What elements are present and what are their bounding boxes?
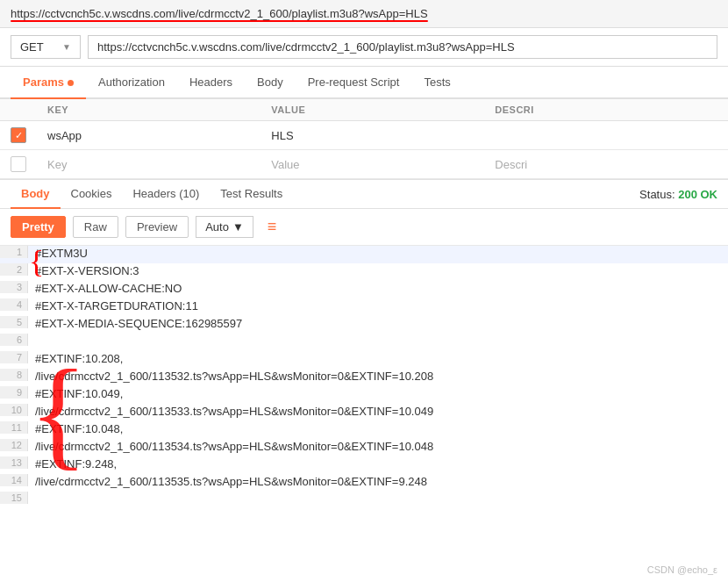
status-value: 200 OK [678,188,717,201]
body-tab-headers[interactable]: Headers (10) [122,180,210,209]
url-value: https://cctvcnch5c.v.wscdns.com/live/cdr… [97,40,515,54]
line-content: #EXTINF:10.048, [28,421,728,436]
line-content [28,492,728,493]
tab-tests-label: Tests [424,75,450,89]
line-number: 5 [0,316,28,328]
tab-params[interactable]: Params [11,67,86,99]
format-btn-preview[interactable]: Preview [125,216,189,238]
code-line: 14/live/cdrmcctv2_1_600/113535.ts?wsApp=… [0,474,728,492]
tab-headers-label: Headers [189,75,232,89]
body-tab-cookies[interactable]: Cookies [61,180,123,209]
line-number: 10 [0,404,28,416]
row2-value-placeholder[interactable]: Value [261,150,484,179]
row2-checkbox-cell [0,150,37,179]
row2-checkbox[interactable] [11,156,26,172]
line-number: 3 [0,281,28,293]
body-tabs-row: Body Cookies Headers (10) Test Results S… [0,180,728,209]
code-lines-wrapper[interactable]: { { 1#EXTM3U2#EXT-X-VERSION:33#EXT-X-ALL… [0,246,728,582]
col-checkbox [0,99,37,121]
body-tab-body-label: Body [21,187,50,200]
row1-desc[interactable] [484,121,728,150]
table-row: ✓ wsApp HLS [0,121,728,150]
wrap-icon[interactable]: ≡ [268,218,277,236]
line-number: 13 [0,456,28,469]
body-tab-body[interactable]: Body [11,180,61,209]
code-line: 10/live/cdrmcctv2_1_600/113533.ts?wsApp=… [0,404,728,421]
tab-body[interactable]: Body [245,67,296,99]
body-tab-cookies-label: Cookies [71,187,112,200]
auto-arrow-icon: ▼ [232,220,244,234]
line-content [28,334,728,335]
code-line: 4#EXT-X-TARGETDURATION:11 [0,298,728,316]
line-content: /live/cdrmcctv2_1_600/113535.ts?wsApp=HL… [28,474,728,489]
code-section: { { 1#EXTM3U2#EXT-X-VERSION:33#EXT-X-ALL… [0,246,728,582]
status-badge: Status: 200 OK [639,188,717,201]
row1-checkbox-cell: ✓ [0,121,37,150]
line-content: #EXTINF:9.248, [28,456,728,471]
line-content: #EXTINF:10.049, [28,386,728,401]
format-btn-raw[interactable]: Raw [73,216,118,238]
line-content: /live/cdrmcctv2_1_600/113532.ts?wsApp=HL… [28,369,728,384]
line-content: /live/cdrmcctv2_1_600/113533.ts?wsApp=HL… [28,404,728,419]
row1-key[interactable]: wsApp [37,121,261,150]
line-number: 12 [0,439,28,451]
method-select[interactable]: GET ▼ [11,35,81,59]
tab-body-label: Body [257,75,283,89]
col-value: VALUE [261,99,484,121]
line-number: 11 [0,421,28,434]
row2-key-placeholder[interactable]: Key [37,150,261,179]
tab-headers[interactable]: Headers [177,67,245,99]
method-label: GET [20,40,44,54]
top-url-text: https://cctvcnch5c.v.wscdns.com/live/cdr… [11,7,428,20]
code-line: 15 [0,492,728,509]
tabs-row: Params Authorization Headers Body Pre-re… [0,67,728,99]
watermark: CSDN @echo_ε [647,564,717,575]
params-table: KEY VALUE DESCRI ✓ wsApp HLS [0,99,728,179]
row2-desc-placeholder[interactable]: Descri [484,150,728,179]
format-btn-pretty[interactable]: Pretty [11,216,66,238]
code-line: 13#EXTINF:9.248, [0,456,728,474]
line-number: 9 [0,386,28,399]
code-line: 6 [0,334,728,351]
line-number: 4 [0,298,28,311]
row1-checkbox[interactable]: ✓ [11,127,26,143]
line-content: #EXT-X-TARGETDURATION:11 [28,298,728,313]
tab-authorization[interactable]: Authorization [86,67,177,99]
code-line: 12/live/cdrmcctv2_1_600/113534.ts?wsApp=… [0,439,728,456]
code-line: 8/live/cdrmcctv2_1_600/113532.ts?wsApp=H… [0,369,728,386]
url-input[interactable]: https://cctvcnch5c.v.wscdns.com/live/cdr… [88,35,717,59]
line-content: #EXTINF:10.208, [28,351,728,366]
line-number: 2 [0,263,28,276]
tab-params-label: Params [23,75,64,89]
code-line: 1#EXTM3U [0,246,728,263]
main-content: https://cctvcnch5c.v.wscdns.com/live/cdr… [0,0,728,582]
tab-tests[interactable]: Tests [411,67,462,99]
table-row: Key Value Descri [0,150,728,179]
params-section: KEY VALUE DESCRI ✓ wsApp HLS [0,99,728,180]
line-content: #EXT-X-ALLOW-CACHE:NO [28,281,728,296]
col-desc: DESCRI [484,99,728,121]
line-number: 7 [0,351,28,363]
body-tab-testresults[interactable]: Test Results [210,180,293,209]
line-content: #EXT-X-VERSION:3 [28,263,728,278]
code-line: 2#EXT-X-VERSION:3 [0,263,728,281]
code-lines-container: 1#EXTM3U2#EXT-X-VERSION:33#EXT-X-ALLOW-C… [0,246,728,509]
code-line: 5#EXT-X-MEDIA-SEQUENCE:162985597 [0,316,728,334]
body-tab-headers-label: Headers (10) [132,187,199,200]
line-number: 15 [0,492,28,504]
line-number: 8 [0,369,28,381]
tab-prerequest-label: Pre-request Script [308,75,400,89]
top-url-bar: https://cctvcnch5c.v.wscdns.com/live/cdr… [0,0,728,28]
line-number: 6 [0,334,28,346]
line-number: 14 [0,474,28,486]
format-row: Pretty Raw Preview Auto ▼ ≡ [0,209,728,246]
params-dot [68,80,74,86]
request-row: GET ▼ https://cctvcnch5c.v.wscdns.com/li… [0,28,728,67]
auto-label: Auto [205,220,229,234]
line-content: #EXTM3U [28,246,728,261]
line-content: #EXT-X-MEDIA-SEQUENCE:162985597 [28,316,728,331]
row1-value[interactable]: HLS [261,121,484,150]
code-line: 9#EXTINF:10.049, [0,386,728,404]
auto-select[interactable]: Auto ▼ [196,216,253,238]
tab-prerequest[interactable]: Pre-request Script [296,67,412,99]
